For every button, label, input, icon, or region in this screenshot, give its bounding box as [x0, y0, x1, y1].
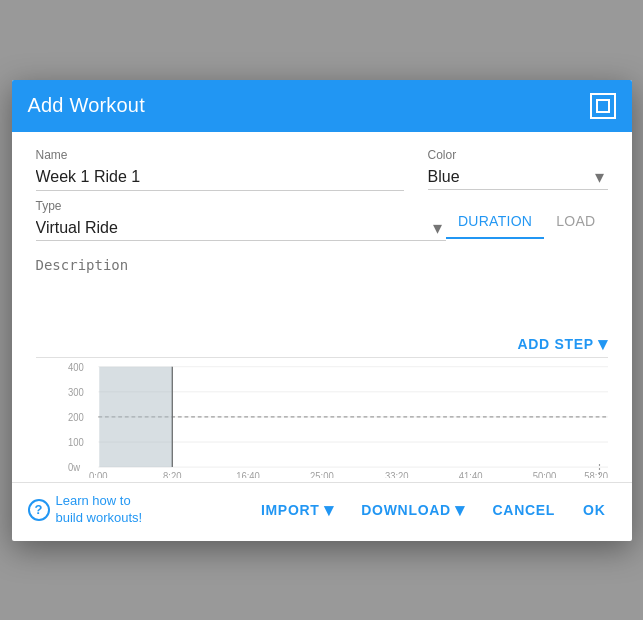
import-label: IMPORT: [261, 502, 320, 518]
svg-text:33:20: 33:20: [384, 470, 408, 477]
help-section: ? Learn how to build workouts!: [28, 493, 243, 527]
duration-load-tabs: Duration Load: [446, 209, 608, 241]
svg-text:100: 100: [68, 436, 84, 448]
ok-label: OK: [583, 502, 605, 518]
download-arrow-icon: ▾: [455, 499, 465, 521]
dialog-title: Add Workout: [28, 94, 145, 117]
cancel-label: CANCEL: [493, 502, 556, 518]
add-step-label: ADD STEP: [517, 336, 593, 352]
import-arrow-icon: ▾: [324, 499, 334, 521]
svg-text:8:20: 8:20: [163, 470, 182, 477]
ok-button[interactable]: OK: [573, 494, 615, 526]
dialog-footer: ? Learn how to build workouts! IMPORT ▾ …: [12, 482, 632, 541]
svg-text:41:40: 41:40: [458, 470, 482, 477]
color-label: Color: [428, 148, 608, 162]
svg-text:50:00: 50:00: [532, 470, 556, 477]
close-icon: [596, 99, 610, 113]
svg-text:200: 200: [68, 411, 84, 423]
svg-text:25:00: 25:00: [310, 470, 334, 477]
add-workout-dialog: Add Workout Name Color Blue Red Green Ye…: [12, 80, 632, 541]
svg-text:⋮⋮: ⋮⋮: [593, 460, 607, 475]
download-button[interactable]: DOWNLOAD ▾: [351, 491, 474, 529]
close-button[interactable]: [590, 93, 616, 119]
import-button[interactable]: IMPORT ▾: [251, 491, 343, 529]
dialog-header: Add Workout: [12, 80, 632, 132]
svg-text:0w: 0w: [68, 461, 81, 473]
type-duration-row: Type Virtual Ride Run Swim Ride ▾ Durati…: [36, 199, 608, 241]
svg-text:300: 300: [68, 386, 84, 398]
add-step-row: ADD STEP ▾: [36, 329, 608, 357]
name-label: Name: [36, 148, 404, 162]
add-step-button[interactable]: ADD STEP ▾: [517, 333, 607, 355]
description-input[interactable]: [36, 249, 608, 329]
type-label: Type: [36, 199, 446, 213]
type-select[interactable]: Virtual Ride Run Swim Ride: [36, 217, 446, 240]
svg-text:400: 400: [68, 361, 84, 373]
help-icon[interactable]: ?: [28, 499, 50, 521]
load-tab[interactable]: Load: [544, 209, 607, 239]
color-field-group: Color Blue Red Green Yellow Purple ▾: [428, 148, 608, 191]
type-select-wrapper: Virtual Ride Run Swim Ride ▾: [36, 217, 446, 241]
name-input[interactable]: [36, 166, 404, 191]
color-select-wrapper: Blue Red Green Yellow Purple ▾: [428, 166, 608, 190]
name-color-row: Name Color Blue Red Green Yellow Purple …: [36, 148, 608, 191]
svg-rect-12: [99, 366, 172, 466]
add-step-arrow-icon: ▾: [598, 333, 608, 355]
help-link[interactable]: Learn how to build workouts!: [56, 493, 143, 527]
svg-text:0:00: 0:00: [89, 470, 108, 477]
type-field-group: Type Virtual Ride Run Swim Ride ▾: [36, 199, 446, 241]
download-label: DOWNLOAD: [361, 502, 451, 518]
dialog-body: Name Color Blue Red Green Yellow Purple …: [12, 132, 632, 482]
color-select[interactable]: Blue Red Green Yellow Purple: [428, 166, 608, 189]
duration-tab[interactable]: Duration: [446, 209, 544, 239]
chart-area: 400 300 200 100 0w 0:00 8:20: [36, 358, 608, 478]
workout-chart: 400 300 200 100 0w 0:00 8:20: [68, 358, 608, 478]
svg-text:16:40: 16:40: [236, 470, 260, 477]
cancel-button[interactable]: CANCEL: [483, 494, 566, 526]
name-field-group: Name: [36, 148, 404, 191]
